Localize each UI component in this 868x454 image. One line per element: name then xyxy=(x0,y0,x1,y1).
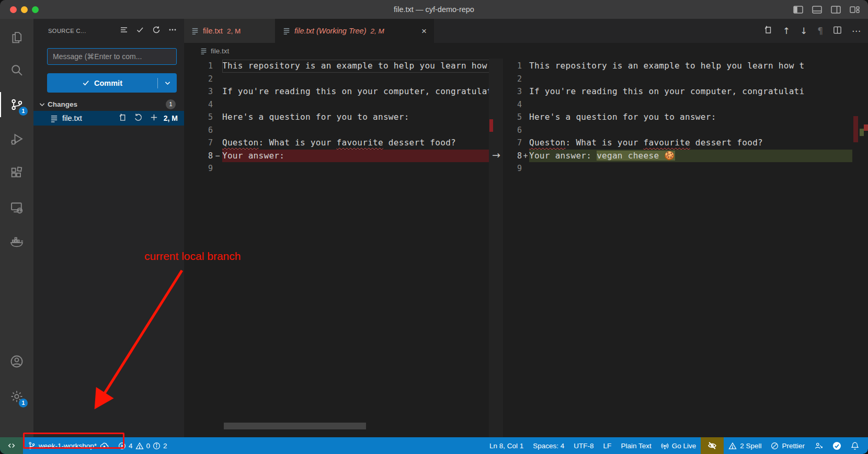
accounts-icon[interactable] xyxy=(8,353,25,370)
branch-status-item[interactable]: week-1-workshop* xyxy=(23,437,113,454)
publish-cloud-icon xyxy=(100,442,109,449)
code-line[interactable]: 7Queston: What is your favourite dessert… xyxy=(503,137,852,150)
changed-file-row[interactable]: file.txt 2, M xyxy=(33,111,184,126)
notifications-bell-icon[interactable] xyxy=(846,437,864,454)
code-line[interactable]: 9 xyxy=(503,162,852,175)
problems-status-item[interactable]: 4 0 2 xyxy=(113,437,172,454)
run-debug-icon[interactable] xyxy=(8,131,25,147)
open-file-icon[interactable] xyxy=(118,113,127,124)
removed-line-marker xyxy=(489,119,493,132)
diff-editor[interactable]: 1This repository is an example to help y… xyxy=(184,59,868,437)
remote-indicator[interactable] xyxy=(0,437,23,454)
code-line[interactable]: 9 xyxy=(184,162,489,175)
close-window-button[interactable] xyxy=(10,6,17,13)
remote-chevrons-icon xyxy=(7,441,16,450)
chevron-down-icon xyxy=(164,80,171,86)
source-control-sidebar: SOURCE C... Commit Changes 1 xyxy=(33,19,184,437)
warnings-icon xyxy=(135,442,144,450)
explorer-icon[interactable] xyxy=(8,29,25,46)
code-line[interactable]: 4 xyxy=(184,98,489,111)
errors-count: 4 xyxy=(129,442,133,450)
spell-checker-item[interactable]: 2 Spell xyxy=(724,437,766,454)
refresh-icon[interactable] xyxy=(152,26,161,36)
code-line[interactable]: 3If you're reading this on your computer… xyxy=(184,85,489,98)
code-line[interactable]: 3If you're reading this on your computer… xyxy=(503,85,852,98)
check-status-icon[interactable] xyxy=(828,437,846,454)
settings-gear-icon[interactable]: 1 xyxy=(8,388,25,405)
changes-section-header[interactable]: Changes 1 xyxy=(33,97,184,111)
commit-dropdown-button[interactable] xyxy=(158,80,177,86)
indentation-item[interactable]: Spaces: 4 xyxy=(528,437,569,454)
tab-file-txt-working-tree[interactable]: file.txt (Working Tree) 2, M × xyxy=(276,19,434,43)
close-tab-icon[interactable]: × xyxy=(421,27,427,36)
changes-label: Changes xyxy=(48,100,77,108)
view-and-sort-icon[interactable] xyxy=(120,26,128,36)
horizontal-scrollbar[interactable] xyxy=(224,423,366,429)
search-icon[interactable] xyxy=(8,62,25,78)
customize-layout-icon[interactable] xyxy=(850,6,860,14)
toggle-primary-sidebar-icon[interactable] xyxy=(793,6,803,14)
code-line[interactable]: 2 xyxy=(184,73,489,86)
toggle-panel-icon[interactable] xyxy=(812,6,822,14)
diff-modified-pane[interactable]: 1This repository is an example to help y… xyxy=(503,59,852,437)
errors-icon xyxy=(118,442,126,450)
sidebar-title: SOURCE C... xyxy=(48,28,86,34)
text-file-icon xyxy=(283,27,290,35)
code-line[interactable]: 1This repository is an example to help y… xyxy=(503,60,852,73)
code-line[interactable]: 1This repository is an example to help y… xyxy=(184,60,489,73)
spell-watch-toggle[interactable] xyxy=(701,437,724,454)
extensions-icon[interactable] xyxy=(8,165,25,181)
encoding-item[interactable]: UTF-8 xyxy=(569,437,598,454)
render-whitespace-icon[interactable]: ¶ xyxy=(817,26,823,36)
activity-bar: 1 1 xyxy=(0,19,33,437)
revert-diff-arrow-icon[interactable]: → xyxy=(489,149,503,162)
code-line[interactable]: 7Queston: What is your favourite dessert… xyxy=(184,137,489,150)
prettier-item[interactable]: Prettier xyxy=(766,437,809,454)
editor-sash[interactable] xyxy=(489,59,503,437)
warning-triangle-icon xyxy=(728,442,737,450)
discard-changes-icon[interactable] xyxy=(134,113,143,124)
commit-check-icon[interactable] xyxy=(136,26,144,36)
cursor-position-item[interactable]: Ln 8, Col 1 xyxy=(485,437,528,454)
split-editor-icon[interactable] xyxy=(833,26,842,37)
maximize-window-button[interactable] xyxy=(32,6,39,13)
deleted-code-line[interactable]: 8−Your answer: xyxy=(184,150,489,163)
diff-original-pane[interactable]: 1This repository is an example to help y… xyxy=(184,59,489,437)
go-live-item[interactable]: Go Live xyxy=(656,437,701,454)
code-line[interactable]: 5Here's a question for you to answer: xyxy=(503,111,852,124)
code-line[interactable]: 6 xyxy=(503,124,852,137)
commit-button[interactable]: Commit xyxy=(47,73,177,93)
tab-label: file.txt xyxy=(203,27,223,35)
more-actions-icon[interactable] xyxy=(168,26,177,36)
remote-explorer-icon[interactable] xyxy=(8,199,25,216)
commit-message-input[interactable] xyxy=(47,48,177,65)
minimize-window-button[interactable] xyxy=(21,6,28,13)
docker-icon[interactable] xyxy=(8,233,25,250)
breadcrumb-file: file.txt xyxy=(211,47,229,55)
code-line[interactable]: 6 xyxy=(184,124,489,137)
source-control-icon[interactable]: 1 xyxy=(8,96,25,113)
active-view-indicator xyxy=(0,92,1,117)
tab-file-txt[interactable]: file.txt 2, M xyxy=(184,19,276,43)
breadcrumb[interactable]: file.txt xyxy=(184,43,868,59)
title-bar: file.txt — cyf-demo-repo xyxy=(0,0,868,19)
previous-change-icon[interactable]: ↑ xyxy=(783,26,790,36)
toggle-secondary-sidebar-icon[interactable] xyxy=(831,6,841,14)
open-changes-icon[interactable] xyxy=(763,25,773,37)
git-branch-icon xyxy=(28,441,36,450)
code-line[interactable]: 4 xyxy=(503,98,852,111)
next-change-icon[interactable]: ↓ xyxy=(800,26,807,36)
code-line[interactable]: 2 xyxy=(503,73,852,86)
diff-region-marker xyxy=(853,116,858,142)
language-mode-item[interactable]: Plain Text xyxy=(616,437,656,454)
added-code-line[interactable]: 8+Your answer: vegan cheese 🍪 xyxy=(503,150,852,163)
tab-status: 2, M xyxy=(227,27,241,35)
code-line[interactable]: 5Here's a question for you to answer: xyxy=(184,111,489,124)
file-change-status: 2, M xyxy=(164,114,178,122)
feedback-person-icon[interactable] xyxy=(809,437,828,454)
scm-changes-badge: 1 xyxy=(19,107,28,116)
eol-item[interactable]: LF xyxy=(599,437,616,454)
infos-icon xyxy=(153,442,161,450)
more-actions-icon[interactable]: ⋯ xyxy=(852,26,861,36)
stage-changes-icon[interactable] xyxy=(150,113,158,124)
